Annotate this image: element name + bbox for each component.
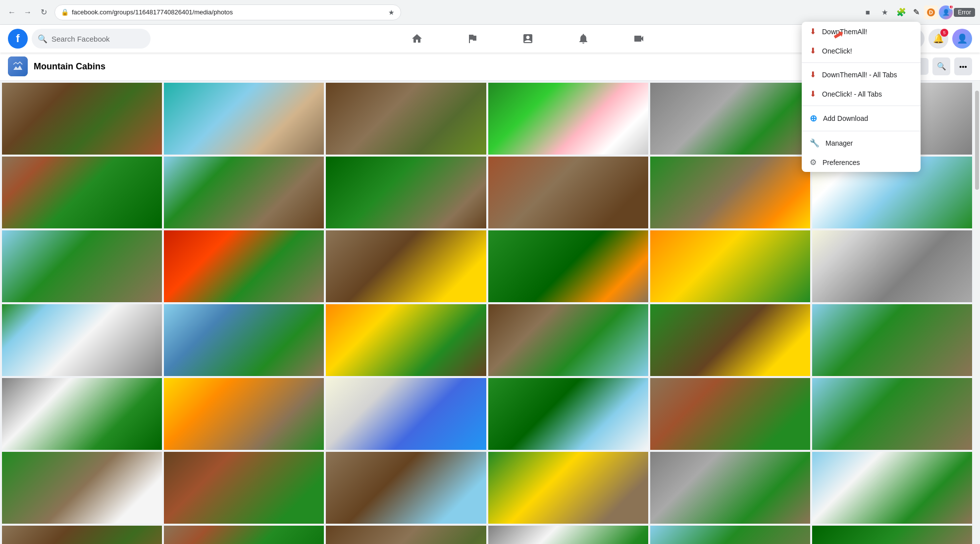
photo-cell[interactable] xyxy=(488,378,648,450)
downthemall-all-tabs-label: DownThemAll! - All Tabs xyxy=(822,71,897,79)
photo-row xyxy=(2,452,972,524)
oneclick-all-tabs-icon: ⬇ xyxy=(810,89,816,99)
photo-cell[interactable] xyxy=(326,157,486,228)
oneclick-all-tabs-item[interactable]: ⬇ OneClick! - All Tabs xyxy=(802,84,921,104)
ext-messenger-icon[interactable]: ✎ xyxy=(909,5,923,19)
search-bar[interactable]: 🔍 Search Facebook xyxy=(32,29,151,49)
photo-cell[interactable] xyxy=(326,526,486,544)
oneclick-icon: ⬇ xyxy=(810,46,816,55)
photo-cell[interactable] xyxy=(650,304,810,376)
extensions-button[interactable]: ■ xyxy=(861,5,875,19)
photo-row xyxy=(2,378,972,450)
photo-cell[interactable] xyxy=(650,452,810,524)
forward-button[interactable]: → xyxy=(21,5,35,19)
photo-cell[interactable] xyxy=(2,452,162,524)
photo-cell[interactable] xyxy=(164,157,324,228)
search-icon: 🔍 xyxy=(38,34,48,44)
scrollbar-thumb[interactable] xyxy=(975,91,979,190)
ext-profile-icon[interactable]: 👤 3 xyxy=(939,5,953,19)
oneclick-all-tabs-label: OneClick! - All Tabs xyxy=(822,90,882,98)
photo-cell[interactable] xyxy=(326,304,486,376)
photo-cell[interactable] xyxy=(812,526,972,544)
photo-cell[interactable] xyxy=(164,304,324,376)
photo-cell[interactable] xyxy=(650,157,810,228)
oneclick-label: OneClick! xyxy=(822,47,852,55)
divider-2 xyxy=(802,106,921,106)
nav-buttons: ← → ↻ xyxy=(5,5,51,19)
photo-cell[interactable] xyxy=(164,452,324,524)
divider-3 xyxy=(802,131,921,131)
browser-chrome: ← → ↻ 🔒 facebook.com/groups/116481774082… xyxy=(0,0,980,25)
nav-video[interactable] xyxy=(611,27,667,51)
downthemall-icon: ⬇ xyxy=(810,27,816,36)
photo-cell[interactable] xyxy=(488,157,648,228)
photo-cell[interactable] xyxy=(164,526,324,544)
ext-puzzle-icon[interactable]: 🧩 xyxy=(894,5,908,19)
svg-text:D: D xyxy=(929,9,933,15)
back-button[interactable]: ← xyxy=(5,5,19,19)
extension-icons: 🧩 ✎ D 👤 3 Error xyxy=(894,5,975,19)
photo-cell[interactable] xyxy=(2,157,162,228)
add-download-item[interactable]: ⊕ Add Download xyxy=(802,108,921,129)
photo-cell[interactable] xyxy=(164,230,324,302)
photo-cell[interactable] xyxy=(488,230,648,302)
photo-cell[interactable] xyxy=(326,83,486,155)
scrollbar-track[interactable] xyxy=(974,81,980,544)
downthemall-item[interactable]: ⬇ DownThemAll! xyxy=(802,22,921,41)
profile-avatar-btn[interactable]: 👤 xyxy=(952,29,972,49)
downthemall-all-tabs-icon: ⬇ xyxy=(810,70,816,79)
photo-cell[interactable] xyxy=(488,304,648,376)
photo-cell[interactable] xyxy=(812,378,972,450)
photo-cell[interactable] xyxy=(650,230,810,302)
preferences-item[interactable]: ⚙ Preferences xyxy=(802,153,921,172)
notifications-icon-btn[interactable]: 🔔 5 xyxy=(928,29,948,49)
photo-cell[interactable] xyxy=(2,230,162,302)
photo-cell[interactable] xyxy=(812,230,972,302)
ext-download-icon[interactable]: D xyxy=(924,5,938,19)
photo-cell[interactable] xyxy=(2,378,162,450)
search-placeholder-text: Search Facebook xyxy=(52,35,110,43)
photo-cell[interactable] xyxy=(326,378,486,450)
photo-cell[interactable] xyxy=(2,304,162,376)
photo-cell[interactable] xyxy=(650,378,810,450)
gear-icon: ⚙ xyxy=(810,158,817,167)
manager-label: Manager xyxy=(825,139,853,147)
downthemall-all-tabs-item[interactable]: ⬇ DownThemAll! - All Tabs xyxy=(802,65,921,84)
more-options-button[interactable]: ••• xyxy=(954,57,972,75)
oneclick-item[interactable]: ⬇ OneClick! xyxy=(802,41,921,60)
facebook-nav xyxy=(151,27,905,51)
reload-button[interactable]: ↻ xyxy=(37,5,51,19)
photo-cell[interactable] xyxy=(326,452,486,524)
group-name: Mountain Cabins xyxy=(34,61,105,72)
photo-cell[interactable] xyxy=(2,526,162,544)
photo-cell[interactable] xyxy=(326,230,486,302)
photo-cell[interactable] xyxy=(488,526,648,544)
photo-cell[interactable] xyxy=(650,83,810,155)
facebook-logo[interactable]: f xyxy=(8,29,28,49)
photo-cell[interactable] xyxy=(812,452,972,524)
photo-cell[interactable] xyxy=(488,83,648,155)
extension-dropdown: ⬇ DownThemAll! ⬇ OneClick! ⬇ DownThemAll… xyxy=(802,22,921,172)
nav-home[interactable] xyxy=(389,27,445,51)
photo-row xyxy=(2,230,972,302)
photo-cell[interactable] xyxy=(164,83,324,155)
manager-icon: 🔧 xyxy=(810,138,820,148)
photo-row xyxy=(2,304,972,376)
photo-cell[interactable] xyxy=(812,304,972,376)
photo-cell[interactable] xyxy=(2,83,162,155)
nav-bell[interactable] xyxy=(556,27,611,51)
nav-store[interactable] xyxy=(500,27,556,51)
preferences-label: Preferences xyxy=(823,159,860,166)
bookmark-button[interactable]: ★ xyxy=(877,5,891,19)
photo-cell[interactable] xyxy=(164,378,324,450)
photo-cell[interactable] xyxy=(650,526,810,544)
group-avatar xyxy=(8,56,28,76)
nav-flag[interactable] xyxy=(445,27,500,51)
star-icon[interactable]: ★ xyxy=(388,8,395,16)
search-group-button[interactable]: 🔍 xyxy=(932,57,950,75)
add-download-icon: ⊕ xyxy=(810,113,817,124)
error-badge[interactable]: Error xyxy=(954,8,975,17)
manager-item[interactable]: 🔧 Manager xyxy=(802,133,921,153)
address-bar[interactable]: 🔒 facebook.com/groups/1164817740826401/m… xyxy=(54,4,401,20)
photo-cell[interactable] xyxy=(488,452,648,524)
